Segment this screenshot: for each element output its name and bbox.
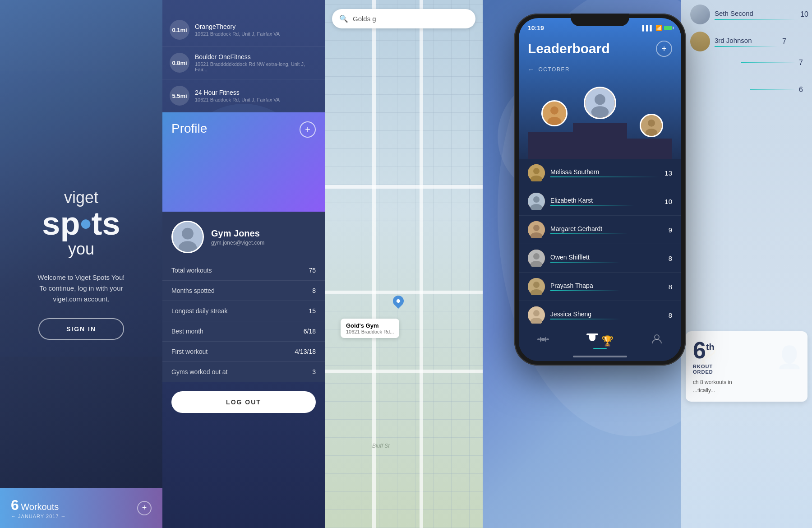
- leaderboard-screen: 10:19 ▌▌▌ 📶 Leaderboard + ← OCTOBER: [519, 18, 681, 361]
- leaderboard-add-button[interactable]: +: [656, 41, 672, 57]
- leaderboard-title: Leaderboard: [528, 41, 610, 56]
- profile-stats: Total workouts 75 Months spotted 8 Longe…: [162, 260, 325, 382]
- lb-avatar: [528, 193, 545, 210]
- lb-bar: [550, 262, 620, 263]
- avatar-1st: [585, 87, 615, 119]
- gym-list-item[interactable]: 0.1mi OrangeTheory 10621 Braddock Rd, Un…: [162, 14, 325, 46]
- app-logo: viget sp•ts you: [42, 188, 120, 259]
- lb-avatar: [528, 221, 545, 238]
- map-road-horizontal-3: [325, 370, 483, 373]
- gym-info: OrangeTheory 10621 Braddock Rd, Unit J, …: [195, 23, 280, 37]
- leaderboard-item: Elizabeth Karst 10: [519, 187, 681, 216]
- gym-info: 24 Hour Fitness 10621 Braddock Rd, Unit …: [195, 89, 280, 102]
- podium-platform-2nd: [528, 132, 577, 159]
- podium-platform-1st: [573, 123, 627, 159]
- right-leaderboard-item: 3rd Johnson 7: [690, 32, 786, 51]
- stat-row-best-month: Best month 6/18: [162, 321, 325, 342]
- right-score-item: 7: [741, 59, 803, 67]
- stat-row-first-workout: First workout 4/13/18: [162, 342, 325, 362]
- user-avatar: [171, 221, 204, 253]
- lb-bar: [550, 290, 620, 291]
- svg-point-15: [548, 117, 561, 126]
- gym-distance-badge: 0.1mi: [170, 20, 189, 40]
- map-road-horizontal: [325, 185, 483, 189]
- map-street-label: Bluff St: [372, 443, 390, 449]
- logo-dot: •: [80, 205, 91, 241]
- map-search-bar[interactable]: 🔍 Golds g: [332, 9, 475, 28]
- profile-user-section: Gym Jones gym.jones@viget.com: [162, 212, 325, 260]
- lb-bar: [550, 233, 628, 234]
- lb-name: Prayash Thapa: [550, 282, 663, 289]
- stat-row-gyms: Gyms worked out at 3: [162, 362, 325, 382]
- tab-indicator: [593, 348, 607, 349]
- logo-you: you: [42, 240, 120, 259]
- back-arrow[interactable]: ←: [528, 66, 535, 73]
- home-indicator: [573, 356, 627, 357]
- leaderboard-item: Prayash Thapa 8: [519, 273, 681, 301]
- logout-button[interactable]: LOG OUT: [171, 391, 316, 413]
- lb-bar: [550, 205, 634, 206]
- podium-avatar-1st: [584, 87, 616, 119]
- stat-row-months-spotted: Months spotted 8: [162, 281, 325, 301]
- search-input[interactable]: Golds g: [353, 15, 376, 23]
- gym-list-item[interactable]: 0.8mi Boulder OneFitness 10621 Bradddddk…: [162, 46, 325, 79]
- leaderboard-item: Melissa Southern 13: [519, 159, 681, 187]
- user-name: Gym Jones: [211, 228, 264, 239]
- sign-in-button[interactable]: SIGN IN: [38, 318, 124, 340]
- phone-device: 10:19 ▌▌▌ 📶 Leaderboard + ← OCTOBER: [514, 14, 686, 366]
- svg-point-48: [655, 335, 659, 339]
- workouts-bar: 6 Workouts ← JANUARY 2017 → +: [0, 488, 162, 528]
- barbell-icon: [537, 333, 549, 345]
- leaderboard-podium: [523, 78, 677, 159]
- lb-name: Owen Shifflett: [550, 254, 663, 261]
- avatar-3rd: [641, 114, 662, 137]
- login-tagline: Welcome to Viget Spots You!To continue, …: [24, 272, 138, 305]
- lb-name: Elizabeth Karst: [550, 197, 659, 204]
- gym-info: Boulder OneFitness 10621 Bradddddkddock …: [195, 53, 318, 72]
- svg-point-35: [533, 282, 540, 288]
- tab-profile[interactable]: [651, 333, 663, 348]
- lb-avatar: [528, 306, 545, 324]
- svg-rect-45: [541, 338, 545, 341]
- lb-name: Melissa Southern: [550, 168, 659, 176]
- profile-add-button[interactable]: +: [300, 121, 316, 138]
- user-email: gym.jones@viget.com: [211, 240, 264, 246]
- gym-list-item[interactable]: 5.5mi 24 Hour Fitness 10621 Braddock Rd,…: [162, 79, 325, 112]
- tab-leaderboard[interactable]: 🏆: [586, 333, 613, 349]
- map-road-vertical-2: [420, 0, 423, 528]
- map-road-horizontal-2: [325, 291, 483, 294]
- gym-list-header: [162, 0, 325, 14]
- lb-avatar: [528, 250, 545, 267]
- svg-rect-46: [545, 337, 546, 342]
- lb-bar: [550, 319, 620, 320]
- add-workout-button[interactable]: +: [137, 501, 152, 515]
- svg-rect-47: [546, 338, 549, 340]
- lb-avatar: [528, 164, 545, 181]
- month-label: OCTOBER: [539, 66, 570, 73]
- map-road-vertical: [372, 0, 376, 528]
- lb-name: Jessica Sheng: [550, 310, 663, 318]
- svg-point-29: [533, 225, 540, 231]
- wifi-icon: 📶: [655, 25, 662, 31]
- tab-workouts[interactable]: [537, 333, 549, 348]
- lb-score: 8: [669, 255, 672, 262]
- lb-score: 9: [669, 226, 672, 234]
- svg-point-18: [591, 106, 609, 118]
- score-bar: [750, 89, 795, 90]
- gym-distance-badge: 5.5mi: [170, 86, 189, 106]
- lb-name-score: Jessica Sheng: [550, 310, 663, 320]
- right-background-panel: Seth Second 10 3rd Johnson 7 7 6 🏆 👤 6th: [681, 0, 812, 528]
- svg-point-23: [533, 168, 540, 174]
- status-time: 10:19: [528, 24, 544, 32]
- gym-map-label: Gold's Gym 10621 Braddock Rd...: [341, 319, 399, 338]
- leaderboard-item: Margaret Gerhardt 9: [519, 216, 681, 244]
- lb-name-score: Margaret Gerhardt: [550, 225, 663, 234]
- podium-platform-3rd: [627, 139, 672, 159]
- workout-card: 6th RKOUTORDED ch 8 workouts in...ticall…: [686, 331, 807, 402]
- phone-screen: 10:19 ▌▌▌ 📶 Leaderboard + ← OCTOBER: [519, 18, 681, 361]
- trophy-icon: [586, 333, 598, 344]
- right-avatar: [690, 5, 710, 24]
- stat-row-streak: Longest daily streak 15: [162, 301, 325, 321]
- svg-rect-44: [540, 337, 541, 342]
- map-panel: 🔍 Golds g Gold's Gym 10621 Braddock Rd..…: [325, 0, 483, 528]
